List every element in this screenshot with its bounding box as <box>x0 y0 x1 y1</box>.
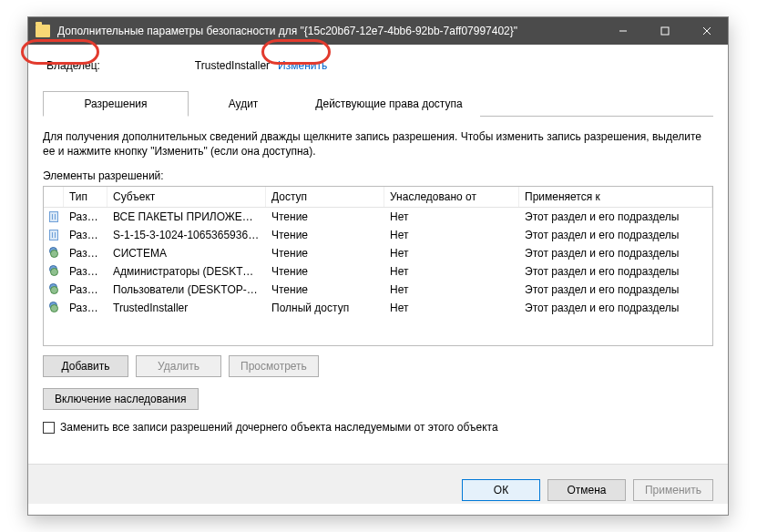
permissions-list[interactable]: Тип Субъект Доступ Унаследовано от Приме… <box>43 186 713 346</box>
svg-rect-1 <box>661 27 669 35</box>
table-row[interactable]: Разр…TrustedInstallerПолный доступНетЭто… <box>44 299 712 317</box>
table-row[interactable]: Разр…S-1-15-3-1024-1065365936-12…ЧтениеН… <box>44 226 712 244</box>
dialog-footer: ОК Отмена Применить <box>28 464 728 504</box>
table-row[interactable]: Разр…Пользователи (DESKTOP-CD…ЧтениеНетЭ… <box>44 281 712 299</box>
row-inherited: Нет <box>384 281 519 298</box>
row-inherited: Нет <box>384 300 519 316</box>
row-applies: Этот раздел и его подразделы <box>519 300 712 316</box>
row-applies: Этот раздел и его подразделы <box>519 227 712 243</box>
row-applies: Этот раздел и его подразделы <box>519 209 712 225</box>
cancel-button[interactable]: Отмена <box>547 479 626 501</box>
row-icon <box>44 281 64 298</box>
row-subject: S-1-15-3-1024-1065365936-12… <box>107 227 266 243</box>
enable-inheritance-button[interactable]: Включение наследования <box>43 388 199 410</box>
row-inherited: Нет <box>384 227 519 243</box>
row-icon <box>44 263 64 280</box>
row-type: Разр… <box>64 281 107 298</box>
col-inherited[interactable]: Унаследовано от <box>384 187 519 207</box>
elements-label: Элементы разрешений: <box>43 169 713 182</box>
row-subject: TrustedInstaller <box>107 300 266 316</box>
row-subject: ВСЕ ПАКЕТЫ ПРИЛОЖЕНИЙ <box>107 209 266 225</box>
col-subject[interactable]: Субъект <box>107 187 266 207</box>
row-access: Чтение <box>266 227 384 243</box>
close-button[interactable] <box>686 17 728 45</box>
row-access: Чтение <box>266 245 384 261</box>
tab-permissions[interactable]: Разрешения <box>43 91 189 117</box>
tab-effective[interactable]: Действующие права доступа <box>298 91 480 117</box>
row-icon <box>44 300 64 316</box>
maximize-button[interactable] <box>644 17 686 45</box>
inherit-row: Включение наследования <box>43 388 713 410</box>
view-button: Просмотреть <box>229 355 319 377</box>
row-subject: СИСТЕМА <box>107 245 266 261</box>
replace-checkbox-label: Заменить все записи разрешений дочернего… <box>60 421 498 434</box>
window-buttons <box>602 17 728 45</box>
group-icon <box>49 265 58 278</box>
group-icon <box>49 247 58 260</box>
titlebar: Дополнительные параметры безопасности дл… <box>28 17 728 45</box>
col-icon <box>44 187 64 207</box>
description-text: Для получения дополнительных сведений дв… <box>43 129 713 159</box>
row-type: Разр… <box>64 209 107 225</box>
row-type: Разр… <box>64 227 107 243</box>
table-row[interactable]: Разр…СИСТЕМАЧтениеНетЭтот раздел и его п… <box>44 244 712 262</box>
group-icon <box>49 302 58 314</box>
row-subject: Администраторы (DESKTOP-… <box>107 263 266 280</box>
security-dialog: Дополнительные параметры безопасности дл… <box>27 16 729 516</box>
list-button-row: Добавить Удалить Просмотреть <box>43 355 713 377</box>
owner-value: TrustedInstaller <box>195 59 270 72</box>
owner-label: Владелец: <box>43 57 104 74</box>
row-type: Разр… <box>64 263 107 280</box>
col-type[interactable]: Тип <box>64 187 107 207</box>
row-applies: Этот раздел и его подразделы <box>519 263 712 280</box>
col-access[interactable]: Доступ <box>266 187 384 207</box>
row-icon <box>44 228 64 242</box>
row-inherited: Нет <box>384 263 519 280</box>
apply-button: Применить <box>633 479 713 501</box>
table-row[interactable]: Разр…ВСЕ ПАКЕТЫ ПРИЛОЖЕНИЙЧтениеНетЭтот … <box>44 208 712 226</box>
row-access: Чтение <box>266 209 384 225</box>
replace-checkbox[interactable] <box>43 422 55 434</box>
table-row[interactable]: Разр…Администраторы (DESKTOP-…ЧтениеНетЭ… <box>44 262 712 281</box>
row-applies: Этот раздел и его подразделы <box>519 245 712 261</box>
row-type: Разр… <box>64 300 107 316</box>
row-inherited: Нет <box>384 245 519 261</box>
folder-icon <box>36 25 50 37</box>
row-icon <box>44 245 64 261</box>
row-access: Чтение <box>266 263 384 280</box>
replace-checkbox-row[interactable]: Заменить все записи разрешений дочернего… <box>43 421 713 434</box>
row-applies: Этот раздел и его подразделы <box>519 281 712 298</box>
row-type: Разр… <box>64 245 107 261</box>
tab-audit[interactable]: Аудит <box>189 91 298 117</box>
row-icon <box>44 210 64 224</box>
package-icon <box>49 211 58 222</box>
window-title: Дополнительные параметры безопасности дл… <box>57 25 602 37</box>
owner-row: Владелец: TrustedInstaller Изменить <box>43 57 713 74</box>
row-access: Чтение <box>266 281 384 298</box>
package-icon <box>49 230 58 240</box>
remove-button: Удалить <box>136 355 221 377</box>
dialog-content: Владелец: TrustedInstaller Изменить Разр… <box>28 45 728 515</box>
list-header: Тип Субъект Доступ Унаследовано от Приме… <box>44 187 712 208</box>
col-applies[interactable]: Применяется к <box>519 187 712 207</box>
tabs: Разрешения Аудит Действующие права досту… <box>43 90 713 117</box>
row-access: Полный доступ <box>266 300 384 316</box>
ok-button[interactable]: ОК <box>462 479 540 501</box>
minimize-button[interactable] <box>602 17 644 45</box>
add-button[interactable]: Добавить <box>43 355 128 377</box>
group-icon <box>49 283 58 296</box>
change-owner-link[interactable]: Изменить <box>275 58 330 73</box>
row-inherited: Нет <box>384 209 519 225</box>
row-subject: Пользователи (DESKTOP-CD… <box>107 281 266 298</box>
